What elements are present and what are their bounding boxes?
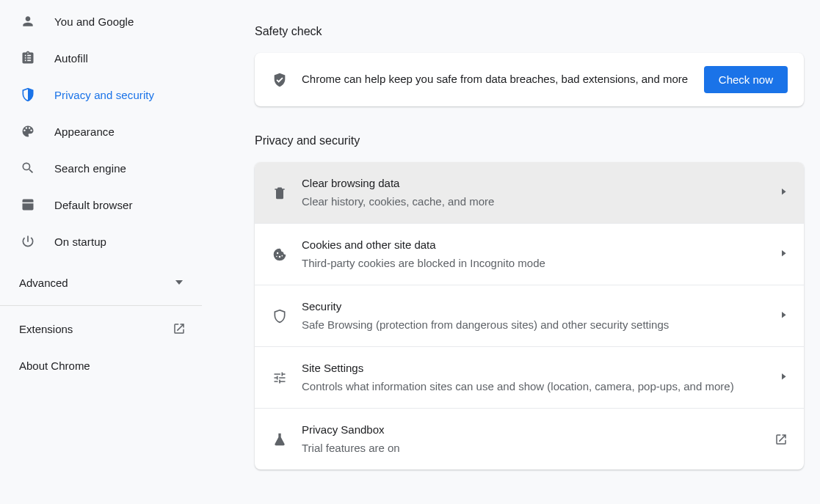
sidebar-item-autofill[interactable]: Autofill (0, 40, 202, 76)
advanced-label: Advanced (19, 277, 68, 289)
row-subtitle: Safe Browsing (protection from dangerous… (302, 317, 782, 334)
shield-icon (19, 86, 37, 103)
sidebar-item-about-chrome[interactable]: About Chrome (0, 347, 202, 384)
safety-check-card: Chrome can help keep you safe from data … (255, 53, 804, 106)
row-text: Site Settings Controls what information … (302, 360, 782, 395)
sidebar-item-label: On startup (54, 235, 106, 248)
shield-check-icon (271, 72, 289, 88)
chevron-right-icon (782, 189, 788, 197)
tune-icon (271, 370, 289, 385)
sidebar-item-on-startup[interactable]: On startup (0, 223, 202, 260)
sidebar-item-search-engine[interactable]: Search engine (0, 150, 202, 186)
row-subtitle: Trial features are on (302, 440, 774, 457)
privacy-security-card: Clear browsing data Clear history, cooki… (255, 162, 804, 470)
chevron-right-icon (782, 373, 788, 382)
sidebar-divider (0, 305, 202, 306)
safety-check-message: Chrome can help keep you safe from data … (302, 71, 695, 88)
row-security[interactable]: Security Safe Browsing (protection from … (255, 285, 804, 346)
shield-outline-icon (271, 309, 289, 324)
row-subtitle: Third-party cookies are blocked in Incog… (302, 255, 782, 272)
row-site-settings[interactable]: Site Settings Controls what information … (255, 346, 804, 408)
sidebar-item-label: Default browser (54, 199, 133, 211)
trash-icon (271, 186, 289, 200)
clipboard-icon (19, 49, 37, 67)
cookie-icon (271, 247, 289, 262)
row-privacy-sandbox[interactable]: Privacy Sandbox Trial features are on (255, 408, 804, 470)
sidebar-item-label: Autofill (54, 52, 88, 65)
row-title: Privacy Sandbox (302, 422, 774, 439)
sidebar: You and Google Autofill Privacy and secu… (0, 0, 202, 470)
row-text: Cookies and other site data Third-party … (302, 237, 782, 271)
section-title-safety-check: Safety check (255, 25, 804, 38)
row-cookies[interactable]: Cookies and other site data Third-party … (255, 223, 804, 285)
row-title: Site Settings (302, 360, 782, 377)
sidebar-item-default-browser[interactable]: Default browser (0, 186, 202, 223)
row-text: Security Safe Browsing (protection from … (302, 299, 782, 333)
open-external-icon (774, 433, 788, 446)
sidebar-item-label: You and Google (54, 15, 134, 28)
row-title: Clear browsing data (302, 175, 782, 192)
sidebar-item-label: Privacy and security (54, 89, 154, 101)
sidebar-advanced-toggle[interactable]: Advanced (0, 264, 202, 301)
extensions-label: Extensions (19, 323, 73, 335)
power-icon (19, 233, 37, 250)
about-chrome-label: About Chrome (19, 359, 90, 372)
check-now-button[interactable]: Check now (704, 66, 788, 93)
row-subtitle: Clear history, cookies, cache, and more (302, 194, 782, 211)
sidebar-item-extensions[interactable]: Extensions (0, 310, 202, 347)
search-icon (19, 159, 37, 177)
sidebar-item-privacy-security[interactable]: Privacy and security (0, 76, 202, 113)
chevron-right-icon (782, 250, 788, 259)
palette-icon (19, 123, 37, 140)
caret-down-icon (175, 280, 183, 285)
section-title-privacy-security: Privacy and security (255, 134, 804, 147)
sidebar-item-you-and-google[interactable]: You and Google (0, 3, 202, 40)
person-icon (19, 12, 37, 30)
chevron-right-icon (782, 312, 788, 321)
safety-check-row: Chrome can help keep you safe from data … (255, 53, 804, 106)
sidebar-item-appearance[interactable]: Appearance (0, 113, 202, 150)
open-external-icon (173, 322, 186, 335)
flask-icon (271, 432, 289, 447)
browser-icon (19, 196, 37, 213)
row-text: Clear browsing data Clear history, cooki… (302, 175, 782, 210)
sidebar-item-label: Search engine (54, 162, 126, 175)
row-clear-browsing-data[interactable]: Clear browsing data Clear history, cooki… (255, 162, 804, 223)
row-text: Privacy Sandbox Trial features are on (302, 422, 774, 456)
row-title: Cookies and other site data (302, 237, 782, 254)
row-subtitle: Controls what information sites can use … (302, 379, 782, 395)
main-content: Safety check Chrome can help keep you sa… (202, 0, 820, 470)
sidebar-item-label: Appearance (54, 125, 115, 138)
row-title: Security (302, 299, 782, 315)
